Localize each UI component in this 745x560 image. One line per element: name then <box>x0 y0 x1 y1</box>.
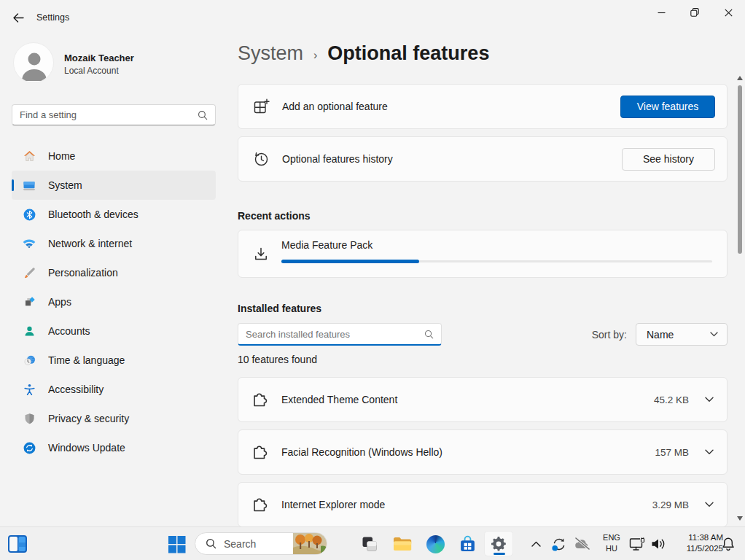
sidebar-item-home[interactable]: Home <box>12 141 216 171</box>
sidebar-item-time-language[interactable]: Time & language <box>12 346 216 375</box>
sort-dropdown-value: Name <box>647 329 710 341</box>
breadcrumb-system[interactable]: System <box>238 42 303 65</box>
sidebar-item-label: System <box>48 179 82 191</box>
speaker-icon <box>651 537 666 551</box>
scroll-down-arrow[interactable] <box>737 516 743 521</box>
bluetooth-icon <box>22 207 36 222</box>
edge-button[interactable] <box>426 534 445 553</box>
sidebar-item-accessibility[interactable]: Accessibility <box>12 375 216 404</box>
privacy-shield-icon <box>22 411 36 426</box>
puzzle-icon <box>252 392 268 408</box>
search-installed-input[interactable]: Search installed features <box>238 323 442 346</box>
close-icon <box>725 9 733 17</box>
app-title: Settings <box>36 12 69 23</box>
bell-icon <box>722 537 735 551</box>
minimize-icon <box>658 9 666 17</box>
minimize-button[interactable] <box>644 0 678 25</box>
breadcrumb: System › Optional features <box>238 42 489 65</box>
sidebar-item-network[interactable]: Network & internet <box>12 229 216 258</box>
history-card: Optional features history See history <box>238 136 728 182</box>
widgets-button[interactable] <box>7 534 28 554</box>
sort-by-label: Sort by: <box>592 329 627 341</box>
sidebar-nav: Home System Bluetooth & devices Network … <box>12 141 216 462</box>
notifications-button[interactable] <box>720 536 736 552</box>
taskbar-search[interactable]: Search <box>195 532 327 555</box>
sidebar-item-label: Home <box>48 150 75 162</box>
windows-logo-icon <box>168 535 186 553</box>
home-icon <box>22 149 36 163</box>
maximize-button[interactable] <box>678 0 711 25</box>
sidebar-item-apps[interactable]: Apps <box>12 287 216 316</box>
language-indicator[interactable]: ENG HU <box>599 532 624 556</box>
history-label: Optional features history <box>282 153 393 165</box>
scrollbar-thumb[interactable] <box>738 85 742 254</box>
personalization-icon <box>22 265 36 280</box>
vertical-scrollbar[interactable] <box>735 73 744 524</box>
onedrive-status-button[interactable] <box>573 537 592 551</box>
settings-app-button[interactable] <box>484 531 513 556</box>
accessibility-icon <box>22 382 36 397</box>
feature-size: 157 MB <box>655 447 689 458</box>
history-icon <box>252 150 270 168</box>
tray-overflow-button[interactable] <box>528 537 543 551</box>
tray-time: 11:38 AM <box>669 532 723 543</box>
find-setting-placeholder: Find a setting <box>20 109 198 120</box>
feature-row[interactable]: Internet Explorer mode 3.29 MB <box>238 482 728 526</box>
view-features-button[interactable]: View features <box>620 96 715 118</box>
sidebar-item-label: Personalization <box>48 267 118 279</box>
update-status-button[interactable] <box>550 535 568 553</box>
feature-row[interactable]: Facial Recognition (Windows Hello) 157 M… <box>238 429 728 475</box>
network-tray-button[interactable] <box>628 536 647 552</box>
progress-fill <box>281 260 419 263</box>
puzzle-icon <box>252 497 268 513</box>
start-button[interactable] <box>166 534 187 554</box>
edge-icon <box>426 535 445 553</box>
widgets-icon <box>7 534 28 553</box>
gear-icon <box>490 535 507 553</box>
taskbar-search-placeholder: Search <box>224 538 293 550</box>
feature-size: 3.29 MB <box>652 499 689 510</box>
see-history-button[interactable]: See history <box>622 148 715 171</box>
sidebar-item-accounts[interactable]: Accounts <box>12 316 216 346</box>
chevron-down-icon[interactable] <box>705 449 714 455</box>
add-feature-label: Add an optional feature <box>282 101 388 112</box>
search-icon <box>198 110 208 120</box>
find-setting-input[interactable]: Find a setting <box>12 104 216 125</box>
scroll-up-arrow[interactable] <box>737 76 743 80</box>
page-title: Optional features <box>327 42 489 65</box>
close-button[interactable] <box>711 0 745 25</box>
clock[interactable]: 11:38 AM 11/5/2025 <box>669 532 723 556</box>
avatar[interactable] <box>13 42 54 83</box>
add-feature-card: Add an optional feature View features <box>238 84 728 129</box>
apps-icon <box>22 295 36 309</box>
sidebar-item-bluetooth[interactable]: Bluetooth & devices <box>12 200 216 229</box>
windows-update-icon <box>22 440 36 455</box>
chevron-right-icon: › <box>313 49 317 62</box>
language-secondary: HU <box>599 543 624 554</box>
sidebar-item-label: Bluetooth & devices <box>48 209 139 220</box>
sidebar-item-system[interactable]: System <box>12 171 216 200</box>
sidebar-item-personalization[interactable]: Personalization <box>12 258 216 287</box>
task-view-button[interactable] <box>360 534 379 553</box>
volume-tray-button[interactable] <box>650 536 667 552</box>
user-name: Mozaik Teacher <box>64 52 134 63</box>
store-button[interactable] <box>458 534 477 553</box>
features-count: 10 features found <box>238 354 317 365</box>
chevron-down-icon[interactable] <box>705 502 714 508</box>
feature-row[interactable]: Extended Theme Content 45.2 KB <box>238 377 728 422</box>
recent-actions-heading: Recent actions <box>238 210 311 222</box>
sort-dropdown[interactable]: Name <box>636 323 728 346</box>
user-account-type: Local Account <box>64 66 119 76</box>
search-installed-placeholder: Search installed features <box>246 329 424 340</box>
feature-name: Facial Recognition (Windows Hello) <box>281 446 442 458</box>
back-button[interactable] <box>7 7 29 28</box>
file-explorer-button[interactable] <box>393 534 412 553</box>
sync-arrows-icon <box>551 537 567 552</box>
sidebar-item-windows-update[interactable]: Windows Update <box>12 433 216 462</box>
cloud-slash-icon <box>574 537 591 551</box>
chevron-down-icon[interactable] <box>705 397 714 402</box>
sidebar-item-privacy[interactable]: Privacy & security <box>12 404 216 433</box>
main-content: System › Optional features Add an option… <box>238 35 728 526</box>
feature-name: Extended Theme Content <box>281 394 397 405</box>
chevron-down-icon <box>710 332 718 337</box>
